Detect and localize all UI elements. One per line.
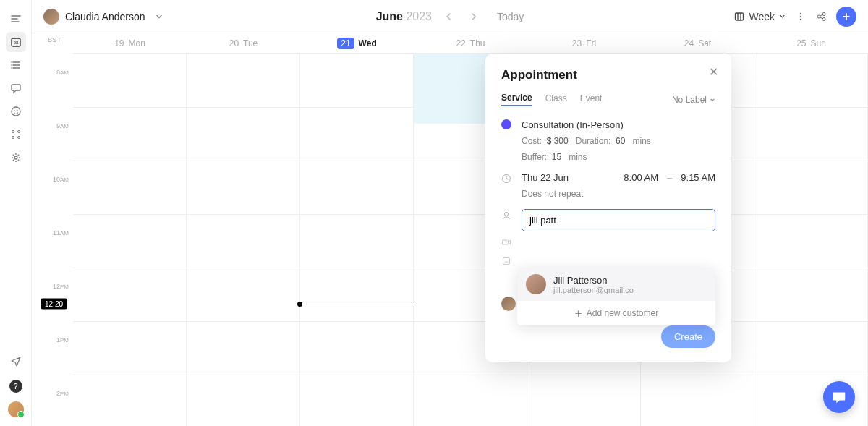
create-button[interactable]: Create [661,325,715,348]
day-header-cell[interactable]: 22Thu [414,33,527,53]
video-icon [501,237,511,247]
hour-label: 2PM [56,390,69,397]
svg-point-11 [17,137,20,139]
svg-point-6 [14,110,15,111]
svg-point-15 [800,15,801,17]
today-button[interactable]: Today [497,11,524,22]
customer-suggestion-item[interactable]: Jill Patterson jill.patterson@gmail.co [517,268,715,301]
svg-point-4 [11,67,12,69]
next-period-button[interactable] [467,9,481,24]
staff-avatar [501,297,516,311]
chat-nav-icon[interactable] [6,78,26,98]
hour-label: 11AM [53,229,69,237]
profile-avatar [43,9,59,25]
suggestion-email: jill.patterson@gmail.co [553,286,634,294]
add-button[interactable] [836,7,856,27]
profile-name: Claudia Anderson [65,11,145,22]
add-new-customer-button[interactable]: Add new customer [517,301,715,325]
day-header-row: 19Mon20Tue21Wed22Thu23Fri24Sat25Sun [73,33,868,54]
svg-point-14 [800,12,801,14]
svg-rect-22 [503,240,509,244]
left-nav-rail: 28 ? [0,0,32,426]
svg-point-8 [12,131,14,133]
duration-value[interactable]: 60 [616,136,625,146]
chevron-down-icon [779,13,786,20]
apps-nav-icon[interactable] [6,124,26,145]
customer-suggestions-dropdown: Jill Patterson jill.patterson@gmail.co A… [517,268,715,325]
buffer-value[interactable]: 15 [552,152,561,162]
calendar-grid: BST 19Mon20Tue21Wed22Thu23Fri24Sat25Sun … [32,33,868,426]
day-header-cell[interactable]: 24Sat [641,33,754,53]
repeat-selector[interactable]: Does not repeat [522,189,715,199]
menu-icon[interactable] [6,9,26,29]
tab-service[interactable]: Service [501,93,532,106]
appointment-date[interactable]: Thu 22 Jun [522,172,569,183]
tab-event[interactable]: Event [580,93,603,106]
appointment-type-tabs: Service Class Event No Label [501,93,715,106]
more-options-button[interactable] [796,12,806,22]
svg-point-17 [817,15,820,18]
clock-icon [501,174,511,184]
day-header-cell[interactable]: 21Wed [300,33,414,53]
view-selector[interactable]: Week [734,11,786,22]
person-icon [501,210,511,221]
view-label: Week [749,11,775,22]
chat-launcher-button[interactable] [823,381,855,413]
calendar-selector[interactable]: Claudia Anderson [43,9,163,25]
notes-icon [501,256,511,266]
svg-rect-23 [503,258,510,265]
current-user-avatar[interactable] [8,401,24,417]
hour-label: 9AM [56,122,69,129]
share-button[interactable] [816,12,826,22]
svg-point-5 [12,107,20,116]
date-navigation: June 2023 Today [376,9,524,24]
hour-label: 12PM [53,283,69,290]
svg-point-2 [11,61,12,63]
settings-nav-icon[interactable] [6,148,26,168]
list-nav-icon[interactable] [6,55,26,75]
service-color-dot [501,119,511,129]
suggestion-name: Jill Patterson [553,275,634,286]
suggestion-avatar [526,274,546,294]
svg-text:28: 28 [13,41,18,45]
svg-point-18 [822,12,825,15]
chevron-down-icon [156,13,163,20]
close-button[interactable]: ✕ [709,65,718,79]
columns-icon [734,12,744,22]
prev-period-button[interactable] [442,9,456,24]
day-header-cell[interactable]: 23Fri [527,33,641,53]
service-name[interactable]: Consultation (In-Person) [522,119,715,130]
customer-search-input[interactable] [522,209,715,231]
end-time[interactable]: 9:15 AM [681,172,715,183]
current-time-indicator [300,304,414,304]
day-header-cell[interactable]: 25Sun [754,33,868,53]
svg-point-21 [505,213,509,216]
appointment-popover: ✕ Appointment Service Class Event No Lab… [485,54,731,362]
label-selector[interactable]: No Label [672,95,715,105]
svg-point-12 [14,156,17,159]
cost-value[interactable]: $ 300 [547,136,569,146]
month-year-label: June 2023 [376,10,432,23]
svg-point-3 [11,64,12,66]
emoji-nav-icon[interactable] [6,101,26,122]
top-bar: Claudia Anderson June 2023 Today Week [32,0,868,33]
hour-label: 8AM [56,69,69,76]
svg-point-16 [800,18,801,20]
day-header-cell[interactable]: 19Mon [73,33,187,53]
time-axis: 8AM9AM10AM11AM12PM1PM2PM [32,54,73,426]
popover-title: Appointment [501,68,715,82]
tab-class[interactable]: Class [545,93,567,106]
svg-rect-13 [736,13,744,20]
hour-label: 10AM [53,176,69,183]
svg-point-7 [17,110,18,111]
start-time[interactable]: 8:00 AM [624,172,658,183]
hour-label: 1PM [56,336,69,344]
day-header-cell[interactable]: 20Tue [187,33,300,53]
time-grid[interactable] [73,54,868,426]
timezone-label: BST [48,36,61,43]
current-time-badge: 12:20 [41,299,67,310]
send-icon[interactable] [6,351,26,371]
help-icon[interactable]: ? [9,380,22,393]
calendar-nav-icon[interactable]: 28 [6,32,26,52]
svg-point-9 [17,131,20,133]
